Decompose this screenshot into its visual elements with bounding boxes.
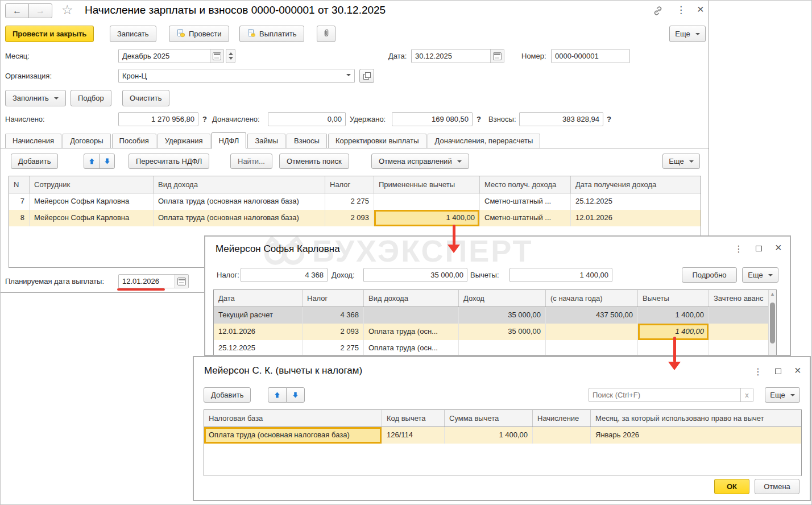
organization-field[interactable]: Крон-Ц <box>118 69 355 83</box>
vertical-scrollbar[interactable]: ▲ <box>768 290 776 356</box>
move-down-button[interactable] <box>286 387 305 403</box>
header-income-type[interactable]: Вид дохода <box>154 176 325 193</box>
fill-button[interactable]: Заполнить <box>5 90 66 106</box>
number-field[interactable]: 0000-000001 <box>551 49 630 63</box>
cell-income-type[interactable]: Оплата труда (основная налоговая база) <box>154 210 325 226</box>
cell-date[interactable]: 12.01.2026 <box>214 324 303 340</box>
pay-button[interactable]: Выплатить <box>239 26 304 42</box>
cell-n[interactable]: 7 <box>9 193 30 210</box>
planned-date-calendar-button[interactable] <box>175 275 188 288</box>
income-field[interactable]: 35 000,00 <box>363 268 467 282</box>
header-ytd[interactable]: (с начала года) <box>546 290 638 307</box>
close-icon[interactable]: × <box>775 241 782 254</box>
cell-income[interactable]: 35 000,00 <box>459 307 546 324</box>
current-calc-row[interactable]: Текущий расчет 4 368 35 000,00 437 500,0… <box>214 307 776 324</box>
number-value[interactable]: 0000-000001 <box>552 49 629 63</box>
tab-withholdings[interactable]: Удержания <box>158 134 210 148</box>
cell-n[interactable]: 8 <box>9 210 30 226</box>
tab-accruals[interactable]: Начисления <box>5 134 61 148</box>
cell-ytd[interactable] <box>546 340 638 356</box>
tab-loans[interactable]: Займы <box>247 134 285 148</box>
tab-contributions[interactable]: Взносы <box>287 134 327 148</box>
ok-button[interactable]: ОК <box>714 479 749 494</box>
cell-deduction-code[interactable]: 126/114 <box>382 427 445 444</box>
cell-date[interactable]: 25.12.2025 <box>571 193 701 210</box>
withheld-field[interactable]: 169 080,50 <box>392 112 473 126</box>
month-calendar-button[interactable] <box>210 49 223 63</box>
search-input[interactable]: x <box>589 388 753 402</box>
accrued-value[interactable]: 1 270 956,80 <box>119 113 198 126</box>
header-tax[interactable]: Налог <box>325 176 374 193</box>
add-row-button[interactable]: Добавить <box>11 154 58 169</box>
cell-tax[interactable]: 2 093 <box>325 210 374 226</box>
cancel-button[interactable]: Отмена <box>755 479 799 494</box>
window-menu-icon[interactable]: ⋮ <box>734 243 743 254</box>
header-tax-base[interactable]: Налоговая база <box>204 410 382 427</box>
add-deduction-button[interactable]: Добавить <box>204 387 251 403</box>
cell-place[interactable]: Сметно-штатный ... <box>480 210 571 226</box>
organization-value[interactable]: Крон-Ц <box>119 69 341 82</box>
cell-accrual[interactable] <box>533 427 591 444</box>
cell-deductions-selected[interactable]: 1 400,00 <box>374 210 480 226</box>
move-down-button[interactable] <box>99 154 115 169</box>
withheld-value[interactable]: 169 080,50 <box>392 113 472 126</box>
table-row-highlighted[interactable]: 12.01.2026 2 093 Оплата труда (осн... 35… <box>214 324 776 340</box>
header-n[interactable]: N <box>9 176 30 193</box>
more-button-employee[interactable]: Еще <box>742 267 778 283</box>
favorite-star-icon[interactable]: ☆ <box>61 2 73 18</box>
cell-month[interactable]: Январь 2026 <box>591 427 801 444</box>
header-deductions[interactable]: Вычеты <box>638 290 709 307</box>
scrollbar-thumb[interactable] <box>770 303 775 343</box>
cell-date[interactable]: 12.01.2026 <box>571 210 701 226</box>
organization-dropdown-button[interactable] <box>341 69 354 82</box>
cell-ytd[interactable] <box>546 324 638 340</box>
maximize-icon[interactable] <box>775 369 781 374</box>
cell-deductions[interactable] <box>374 193 480 210</box>
cell-income-type[interactable]: Оплата труда (осн... <box>364 324 459 340</box>
post-button[interactable]: Провести <box>169 26 229 42</box>
details-button[interactable]: Подробно <box>682 267 737 283</box>
contributions-value[interactable]: 383 828,94 <box>520 113 603 126</box>
cell-advance-offset[interactable] <box>709 307 776 324</box>
header-income-date[interactable]: Дата получения дохода <box>571 176 701 193</box>
header-applied-deductions[interactable]: Примененные вычеты <box>374 176 480 193</box>
header-deduction-code[interactable]: Код вычета <box>382 410 445 427</box>
header-tax[interactable]: Налог <box>303 290 364 307</box>
cell-ytd[interactable]: 437 500,00 <box>546 307 638 324</box>
planned-date-field[interactable]: 12.01.2026 <box>118 274 189 288</box>
more-button-table[interactable]: Еще <box>662 154 700 169</box>
tax-field[interactable]: 4 368 <box>241 268 328 282</box>
tax-value[interactable]: 4 368 <box>241 268 327 282</box>
header-accrual[interactable]: Начисление <box>533 410 591 427</box>
cell-income-type[interactable]: Оплата труда (основная налоговая база) <box>154 193 325 210</box>
cancel-corrections-button[interactable]: Отмена исправлений <box>371 154 469 169</box>
cell-tax-base-selected[interactable]: Оплата труда (основная налоговая база) <box>204 427 382 444</box>
header-month[interactable]: Месяц, за который использовано право на … <box>591 410 801 427</box>
cell-tax[interactable]: 2 275 <box>303 340 364 356</box>
deductions-value[interactable]: 1 400,00 <box>510 268 612 282</box>
table-row[interactable]: 25.12.2025 2 275 Оплата труда (осн... <box>214 340 776 356</box>
contributions-field[interactable]: 383 828,94 <box>519 112 603 126</box>
cell-date[interactable]: Текущий расчет <box>214 307 303 324</box>
month-field[interactable]: Декабрь 2025 <box>118 49 224 63</box>
accrued-field[interactable]: 1 270 956,80 <box>118 112 198 126</box>
more-button-deductions[interactable]: Еще <box>765 387 800 403</box>
pick-button[interactable]: Подбор <box>71 90 111 106</box>
deductions-field[interactable]: 1 400,00 <box>509 268 612 282</box>
cell-tax[interactable]: 2 275 <box>325 193 374 210</box>
cell-income[interactable] <box>459 340 546 356</box>
forward-button[interactable]: → <box>28 3 52 18</box>
recalc-ndfl-button[interactable]: Пересчитать НДФЛ <box>129 154 209 169</box>
header-advance-offset[interactable]: Зачтено аванс <box>709 290 776 307</box>
clear-button[interactable]: Очистить <box>122 90 169 106</box>
back-button[interactable]: ← <box>5 3 29 18</box>
table-row-highlighted[interactable]: 8 Мейерсон Софья Карловна Оплата труда (… <box>9 210 701 226</box>
extra-accrued-value[interactable]: 0,00 <box>268 113 345 126</box>
cell-income-type[interactable]: Оплата труда (осн... <box>364 340 459 356</box>
contributions-help-icon[interactable]: ? <box>607 112 611 126</box>
cell-advance-offset[interactable] <box>709 340 776 356</box>
scroll-up-icon[interactable]: ▲ <box>769 290 776 298</box>
tab-payment-adjustments[interactable]: Корректировки выплаты <box>328 134 426 148</box>
withheld-help-icon[interactable]: ? <box>477 112 481 126</box>
tab-recalculations[interactable]: Доначисления, перерасчеты <box>428 134 541 148</box>
